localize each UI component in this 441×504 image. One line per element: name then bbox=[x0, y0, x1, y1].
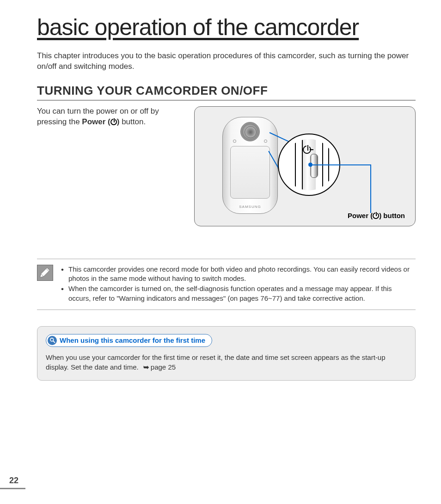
callout-line bbox=[333, 164, 371, 165]
device-screen bbox=[230, 146, 270, 199]
power-icon bbox=[373, 213, 379, 219]
camcorder-illustration: SAMSUNG Power () button bbox=[194, 106, 416, 226]
text-fragment: When you use your camcorder for the firs… bbox=[46, 353, 386, 371]
power-button-callout-label: Power () button bbox=[346, 211, 407, 220]
text-fragment: button. bbox=[119, 117, 146, 126]
tip-header-text: When using this camcorder for the first … bbox=[60, 336, 205, 344]
device-brand-logo: SAMSUNG bbox=[223, 205, 277, 209]
section-heading-turning-on-off: TURNING YOUR CAMCORDER ON/OFF bbox=[37, 84, 416, 101]
note-item: When the camcorder is turned on, the sel… bbox=[60, 284, 416, 303]
label-text: Power ( bbox=[348, 212, 373, 219]
tip-body-text: When you use your camcorder for the firs… bbox=[46, 352, 407, 372]
callout-line bbox=[370, 164, 371, 213]
intro-paragraph: This chapter introduces you to the basic… bbox=[37, 51, 416, 72]
magnifier-icon bbox=[48, 336, 57, 345]
power-label-text: Power ( bbox=[82, 117, 110, 126]
note-block: This camcorder provides one record mode … bbox=[37, 259, 416, 310]
note-item: This camcorder provides one record mode … bbox=[60, 265, 416, 284]
label-text: ) button bbox=[379, 212, 405, 219]
section-body: You can turn the power on or off by pres… bbox=[37, 106, 416, 226]
device-hole bbox=[264, 140, 267, 143]
power-icon bbox=[303, 146, 311, 154]
callout-line bbox=[311, 164, 333, 165]
power-icon bbox=[110, 119, 117, 125]
page-reference: page 25 bbox=[151, 363, 176, 371]
svg-line-2 bbox=[53, 341, 55, 343]
page-title: basic operation of the camcorder bbox=[37, 14, 416, 41]
device-hole bbox=[233, 140, 236, 143]
tip-box-first-time: When using this camcorder for the first … bbox=[37, 326, 416, 381]
device-body: SAMSUNG bbox=[222, 117, 278, 214]
note-pencil-icon bbox=[37, 265, 53, 281]
note-list: This camcorder provides one record mode … bbox=[60, 265, 416, 304]
device-lens bbox=[240, 122, 260, 141]
power-instruction-text: You can turn the power on or off by pres… bbox=[37, 106, 185, 226]
tip-header: When using this camcorder for the first … bbox=[46, 334, 212, 347]
footer-rule bbox=[0, 488, 25, 489]
arrow-icon: ➥ bbox=[143, 362, 149, 372]
page-number: 22 bbox=[9, 476, 18, 486]
device-lens-inner bbox=[245, 126, 257, 138]
